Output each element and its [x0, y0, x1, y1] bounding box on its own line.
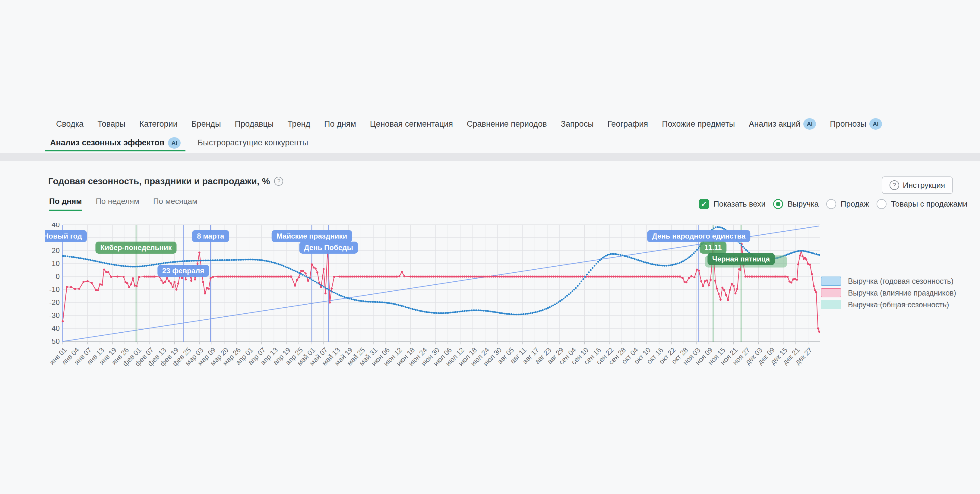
legend-label: Выручка (годовая сезонность)	[848, 277, 953, 285]
sub-tab-label: Быстрорастущие конкуренты	[197, 138, 308, 147]
show-milestones-checkbox[interactable]: ✓	[699, 199, 709, 209]
event-label[interactable]: 8 марта	[192, 230, 229, 242]
help-icon[interactable]: ?	[274, 177, 283, 186]
y-axis-label: -10	[45, 285, 60, 294]
instruction-button-label: Инструкция	[903, 181, 945, 190]
metric-radio-products[interactable]	[877, 199, 886, 209]
main-tab-label: Бренды	[191, 120, 221, 129]
divider-band	[0, 153, 980, 161]
metric-radio-products-label: Товары с продажами	[891, 199, 967, 209]
ai-badge: AI	[168, 137, 181, 149]
page-title-text: Годовая сезонность, праздники и распрода…	[48, 176, 270, 186]
event-label[interactable]: 11.11	[700, 242, 726, 253]
metric-radio-sales[interactable]	[826, 199, 836, 209]
y-axis-label: 0	[45, 272, 60, 281]
main-tab-label: Похожие предметы	[662, 120, 735, 129]
show-milestones-label: Показать вехи	[713, 199, 765, 209]
metric-radio-revenue-label: Выручка	[788, 199, 819, 209]
y-axis-label: -20	[45, 298, 60, 307]
main-tab-label: Продавцы	[235, 120, 274, 129]
ai-badge: AI	[869, 118, 882, 130]
main-tab[interactable]: Анализ акций AI	[749, 118, 816, 130]
event-label[interactable]: Новый год	[45, 230, 87, 242]
main-tab[interactable]: Похожие предметы	[662, 120, 735, 129]
granularity-tab[interactable]: По неделям	[95, 197, 139, 211]
main-tab[interactable]: Бренды	[191, 120, 221, 129]
legend-item[interactable]: Выручка (влияние праздников)	[821, 288, 956, 298]
event-label[interactable]: Кибер-понедельник	[95, 242, 177, 253]
main-tab-label: Запросы	[561, 120, 594, 129]
main-tab[interactable]: География	[608, 120, 648, 129]
metric-radio-sales-label: Продаж	[841, 199, 869, 209]
event-label[interactable]: 23 февраля	[158, 265, 209, 277]
legend-swatch	[821, 288, 841, 297]
main-tab-label: Категории	[139, 120, 178, 129]
sub-tab-bar: Анализ сезонных эффектов AI Быстрорастущ…	[45, 136, 313, 151]
main-tab[interactable]: Запросы	[561, 120, 594, 129]
metric-radio-revenue[interactable]	[773, 199, 783, 209]
granularity-tabs: По днямПо неделямПо месяцам	[49, 197, 197, 211]
main-tab[interactable]: Продавцы	[235, 120, 274, 129]
main-tab-label: Ценовая сегментация	[370, 120, 453, 129]
main-tab-bar: Сводка Товары Категории Бренды Продавцы …	[56, 118, 882, 130]
sub-tab[interactable]: Быстрорастущие конкуренты	[192, 136, 313, 151]
y-axis-label: -30	[45, 311, 60, 320]
y-axis-label: -40	[45, 324, 60, 333]
event-label[interactable]: Майские праздники	[272, 230, 352, 242]
instruction-button[interactable]: ? Инструкция	[882, 177, 953, 194]
main-tab-label: География	[608, 120, 648, 129]
chart-controls: ✓ Показать вехи Выручка Продаж Товары с …	[699, 199, 970, 209]
legend-swatch	[821, 277, 841, 285]
event-label[interactable]: День Победы	[299, 242, 358, 253]
main-tab-label: Сводка	[56, 120, 84, 129]
main-tab-label: Тренд	[287, 120, 310, 129]
main-tab-label: Анализ акций	[749, 120, 800, 129]
sub-tab-label: Анализ сезонных эффектов	[50, 138, 164, 147]
question-circle-icon: ?	[889, 180, 899, 190]
legend-label: Выручка (общая сезонность)	[848, 300, 949, 309]
main-tab-label: По дням	[324, 120, 356, 129]
y-axis-label: 10	[45, 259, 60, 268]
event-label[interactable]: День народного единства	[648, 230, 751, 242]
legend-swatch	[821, 300, 841, 309]
main-tab[interactable]: Тренд	[287, 120, 310, 129]
granularity-tab[interactable]: По месяцам	[153, 197, 197, 211]
legend-label: Выручка (влияние праздников)	[848, 288, 956, 297]
main-tab-label: Прогнозы	[830, 120, 866, 129]
main-tab[interactable]: По дням	[324, 120, 356, 129]
main-tab[interactable]: Прогнозы AI	[830, 118, 882, 130]
event-label[interactable]: Черная пятница	[707, 253, 775, 265]
main-tab[interactable]: Сводка	[56, 120, 84, 129]
y-axis-label: 20	[45, 246, 60, 255]
main-tab[interactable]: Товары	[97, 120, 126, 129]
main-tab[interactable]: Сравнение периодов	[467, 120, 547, 129]
ai-badge: AI	[803, 118, 816, 130]
y-axis-label: -50	[45, 337, 60, 346]
main-tab[interactable]: Ценовая сегментация	[370, 120, 453, 129]
granularity-tab[interactable]: По дням	[49, 197, 82, 211]
legend-item[interactable]: Выручка (годовая сезонность)	[821, 276, 956, 286]
legend-item[interactable]: Выручка (общая сезонность)	[821, 300, 956, 309]
seasonality-chart[interactable]: 403020100-10-20-30-40-50янв 01янв 04янв …	[45, 223, 820, 371]
main-tab-label: Сравнение периодов	[467, 120, 547, 129]
main-tab-label: Товары	[97, 120, 126, 129]
chart-legend: Выручка (годовая сезонность) Выручка (вл…	[821, 276, 956, 312]
sub-tab[interactable]: Анализ сезонных эффектов AI	[45, 136, 185, 151]
y-axis-label: 40	[45, 223, 60, 229]
page-title: Годовая сезонность, праздники и распрода…	[48, 176, 283, 186]
main-tab[interactable]: Категории	[139, 120, 178, 129]
